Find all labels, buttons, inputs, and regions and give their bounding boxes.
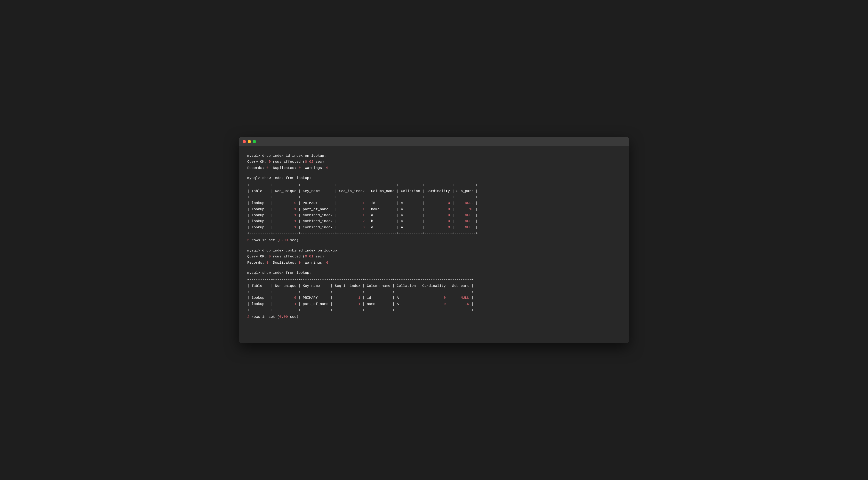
table-row: | lookup | 1 | combined_index | 1 | a | …: [247, 212, 621, 218]
table-2: +----------+------------+--------------+…: [247, 277, 621, 313]
table2-border-top: +----------+------------+--------------+…: [247, 277, 621, 283]
rowcount-1: 5 rows in set (0.00 sec): [247, 237, 621, 243]
table2-header: | Table | Non_unique | Key_name | Seq_in…: [247, 283, 621, 289]
terminal-window: mysql> drop index id_index on lookup; Qu…: [239, 137, 629, 343]
time-value: 0.02: [305, 160, 313, 164]
table-row: | lookup | 1 | part_of_name | 1 | name |…: [247, 301, 621, 307]
table-row: | lookup | 0 | PRIMARY | 1 | id | A | 0 …: [247, 200, 621, 206]
command-block-3: mysql> drop index combined_index on look…: [247, 247, 621, 266]
command-line-3: mysql> drop index combined_index on look…: [247, 247, 621, 253]
table-row: | lookup | 0 | PRIMARY | 1 | id | A | 0 …: [247, 295, 621, 301]
duplicates-value: 0: [299, 166, 301, 170]
time-value-2: 0.01: [305, 254, 313, 259]
warnings-value: 0: [326, 166, 328, 170]
command-line-1: mysql> drop index id_index on lookup;: [247, 153, 621, 159]
command-block-1: mysql> drop index id_index on lookup; Qu…: [247, 153, 621, 171]
table2-header-border: +----------+------------+--------------+…: [247, 289, 621, 295]
table-border-top: +----------+------------+---------------…: [247, 182, 621, 188]
table-border-bottom: +----------+------------+---------------…: [247, 230, 621, 236]
table-header: | Table | Non_unique | Key_name | Seq_in…: [247, 188, 621, 194]
table-row: | lookup | 1 | part_of_name | 1 | name |…: [247, 206, 621, 212]
command-block-4: mysql> show index from lookup; +--------…: [247, 270, 621, 320]
terminal-body: mysql> drop index id_index on lookup; Qu…: [239, 146, 629, 328]
records-value-2: 0: [267, 261, 269, 265]
table-row: | lookup | 1 | combined_index | 3 | d | …: [247, 224, 621, 230]
maximize-button[interactable]: [253, 140, 256, 143]
result-line-1: Query OK, 0 rows affected (0.02 sec): [247, 159, 621, 165]
warnings-value-2: 0: [326, 261, 328, 265]
title-bar: [239, 137, 629, 146]
zero-value: 0: [269, 160, 271, 164]
records-value: 0: [267, 166, 269, 170]
command-line-2: mysql> show index from lookup;: [247, 175, 621, 181]
table-row: | lookup | 1 | combined_index | 2 | b | …: [247, 218, 621, 224]
command-line-4: mysql> show index from lookup;: [247, 270, 621, 276]
result-line-4: Records: 0 Duplicates: 0 Warnings: 0: [247, 260, 621, 266]
table-header-border: +----------+------------+---------------…: [247, 194, 621, 200]
result-line-3: Query OK, 0 rows affected (0.01 sec): [247, 253, 621, 260]
close-button[interactable]: [243, 140, 246, 143]
table-1: +----------+------------+---------------…: [247, 182, 621, 236]
minimize-button[interactable]: [248, 140, 251, 143]
result-line-2: Records: 0 Duplicates: 0 Warnings: 0: [247, 165, 621, 171]
command-block-2: mysql> show index from lookup; +--------…: [247, 175, 621, 243]
rowcount-2: 2 rows in set (0.00 sec): [247, 314, 621, 320]
duplicates-value-2: 0: [299, 261, 301, 265]
table2-border-bottom: +----------+------------+--------------+…: [247, 307, 621, 313]
zero-value-2: 0: [269, 254, 271, 259]
